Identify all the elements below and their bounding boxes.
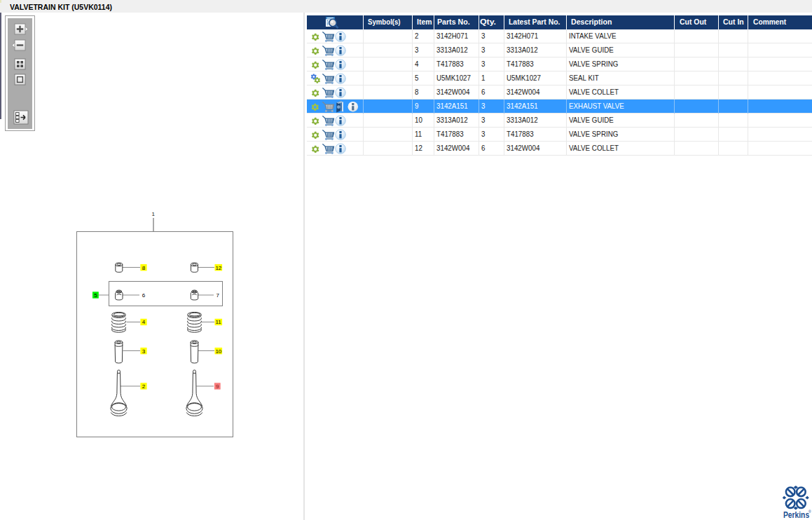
svg-text:1: 1 — [152, 211, 156, 217]
svg-text:6: 6 — [142, 292, 146, 299]
svg-text:3: 3 — [142, 348, 146, 355]
svg-text:10: 10 — [215, 348, 221, 355]
svg-text:4: 4 — [142, 319, 146, 325]
svg-text:12: 12 — [215, 265, 221, 271]
svg-text:5: 5 — [94, 292, 97, 299]
svg-text:8: 8 — [142, 265, 146, 271]
svg-text:7: 7 — [216, 292, 220, 299]
svg-text:2: 2 — [142, 383, 146, 390]
svg-text:9: 9 — [216, 383, 219, 390]
svg-text:11: 11 — [215, 319, 221, 325]
